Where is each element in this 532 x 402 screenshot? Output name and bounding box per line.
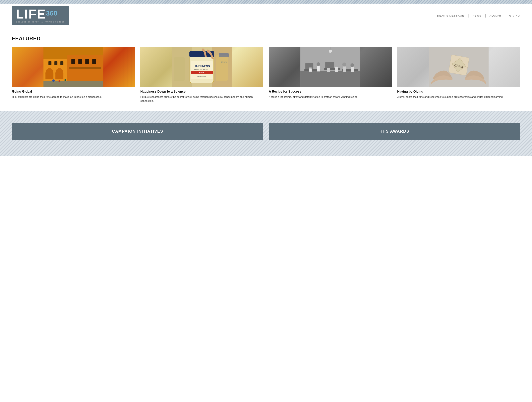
- card-image-giving: Giving: [397, 47, 520, 87]
- svg-point-42: [317, 62, 320, 66]
- nav-sep-2: |: [485, 13, 486, 18]
- svg-rect-49: [343, 67, 346, 72]
- card-title-going-global: Going Global: [12, 90, 135, 93]
- svg-rect-13: [92, 59, 96, 64]
- svg-rect-31: [219, 53, 229, 57]
- svg-text:REAL: REAL: [199, 71, 204, 74]
- svg-rect-9: [60, 61, 63, 65]
- svg-point-17: [58, 80, 60, 82]
- featured-title: FEATURED: [12, 35, 520, 42]
- svg-point-46: [335, 63, 338, 67]
- svg-point-16: [52, 80, 55, 82]
- logo-360: 360: [46, 9, 57, 17]
- logo[interactable]: LIFE 360 COLLEGE OF HEALTH & HUMAN SCIEN…: [12, 6, 69, 25]
- nav-deans-message[interactable]: DEAN'S MESSAGE: [437, 14, 464, 17]
- svg-rect-6: [55, 73, 63, 79]
- svg-rect-47: [335, 67, 338, 72]
- card-happiness[interactable]: HAPPINESS BRING OUT THE BEST REAL MAYONN…: [140, 47, 263, 103]
- card-giving[interactable]: Giving Having by Giving Alumni share the…: [397, 47, 520, 103]
- svg-rect-8: [54, 61, 57, 65]
- nav-news[interactable]: NEWS: [472, 14, 481, 17]
- svg-rect-10: [71, 59, 75, 64]
- card-desc-happiness: Purdue researchers pursue the secret to …: [140, 95, 263, 103]
- svg-rect-57: [317, 66, 320, 71]
- svg-rect-56: [309, 68, 311, 71]
- svg-rect-7: [48, 61, 51, 65]
- svg-rect-1: [44, 59, 67, 87]
- card-image-recipe: [269, 47, 392, 87]
- svg-rect-0: [44, 47, 103, 87]
- header: LIFE 360 COLLEGE OF HEALTH & HUMAN SCIEN…: [0, 4, 532, 27]
- svg-rect-51: [351, 67, 354, 72]
- svg-rect-2: [67, 55, 103, 87]
- hhs-awards-button[interactable]: HHS Awards: [269, 123, 520, 140]
- card-title-giving: Having by Giving: [397, 90, 520, 93]
- svg-rect-14: [69, 67, 101, 69]
- svg-point-48: [342, 62, 346, 67]
- svg-rect-53: [325, 62, 334, 68]
- logo-subtitle: COLLEGE OF HEALTH & HUMAN SCIENCES: [16, 21, 65, 23]
- svg-text:HAPPINESS: HAPPINESS: [194, 64, 210, 68]
- svg-point-5: [55, 68, 63, 78]
- card-desc-going-global: HHS students are using their time abroad…: [12, 95, 135, 99]
- svg-rect-62: [429, 47, 488, 87]
- svg-text:BRING OUT THE BEST: BRING OUT THE BEST: [194, 69, 209, 70]
- card-recipe[interactable]: A Recipe for Success It takes a lot of t…: [269, 47, 392, 103]
- svg-text:MAYONNAISE: MAYONNAISE: [197, 75, 206, 77]
- main-content: FEATURED: [0, 27, 532, 103]
- card-desc-recipe: It takes a lot of time, effort and deter…: [269, 95, 392, 99]
- card-going-global[interactable]: Going Global HHS students are using thei…: [12, 47, 135, 103]
- campaign-initiatives-button[interactable]: Campaign Initiatives: [12, 123, 263, 140]
- svg-rect-11: [78, 59, 82, 64]
- cards-grid: Going Global HHS students are using thei…: [12, 47, 520, 103]
- svg-point-18: [64, 79, 66, 81]
- svg-rect-33: [174, 57, 185, 81]
- card-title-happiness: Happiness Down to a Science: [140, 90, 263, 93]
- nav-giving[interactable]: GIVING: [509, 14, 520, 17]
- nav-sep-3: |: [505, 13, 506, 18]
- svg-point-54: [329, 49, 332, 53]
- svg-text:ANN'S: ANN'S: [221, 61, 227, 63]
- svg-point-50: [350, 63, 354, 67]
- card-desc-giving: Alumni share their time and resources to…: [397, 95, 520, 99]
- svg-rect-36: [300, 71, 360, 87]
- nav-alumni[interactable]: ALUMNI: [489, 14, 501, 17]
- card-image-happiness: HAPPINESS BRING OUT THE BEST REAL MAYONN…: [140, 47, 263, 87]
- bottom-section: Campaign Initiatives HHS Awards: [0, 111, 532, 156]
- main-nav: DEAN'S MESSAGE | NEWS | ALUMNI | GIVING: [437, 13, 520, 18]
- logo-life: LIFE: [16, 9, 46, 20]
- header-stripe: [0, 0, 532, 4]
- nav-sep-1: |: [468, 13, 469, 18]
- svg-rect-15: [44, 81, 103, 87]
- svg-rect-4: [45, 73, 53, 79]
- svg-rect-30: [216, 55, 228, 81]
- svg-rect-12: [85, 59, 89, 64]
- card-title-recipe: A Recipe for Success: [269, 90, 392, 93]
- card-image-going-global: [12, 47, 135, 87]
- svg-point-3: [45, 68, 53, 78]
